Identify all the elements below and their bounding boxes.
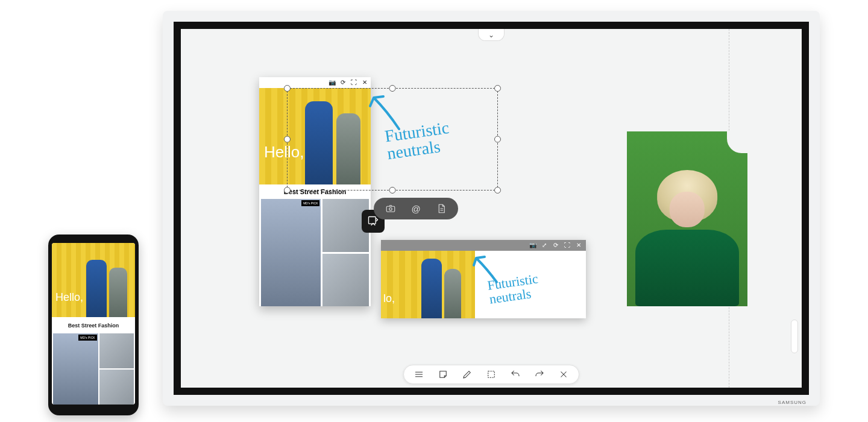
resize-handle[interactable] <box>284 85 291 92</box>
phone-image-grid: MD's PICK <box>52 333 135 405</box>
expand-icon[interactable]: ⤢ <box>540 241 548 249</box>
phone-hero-text: Hello, <box>55 291 83 304</box>
edit-icon[interactable] <box>462 369 473 380</box>
note-icon[interactable] <box>438 369 448 380</box>
phone-grid-item <box>99 333 134 368</box>
phone-grid-item: MD's PICK <box>53 333 98 405</box>
close-icon[interactable]: ✕ <box>574 241 582 249</box>
svg-point-2 <box>389 208 392 211</box>
mds-pick-badge: MD's PICK <box>301 200 319 206</box>
menu-icon[interactable] <box>414 369 424 380</box>
mirror-grid-item <box>322 254 369 307</box>
selection-action-toolbar: @ <box>374 198 458 219</box>
phone-screen: Hello, Best Street Fashion MD's PICK <box>52 243 135 405</box>
close-icon[interactable]: ✕ <box>361 78 368 86</box>
mirror-grid-item: MD's PICK <box>261 199 321 306</box>
chevron-down-icon: ⌄ <box>488 31 494 39</box>
mirror-image-grid: MD's PICK <box>259 199 371 306</box>
rotate-icon[interactable]: ⟳ <box>552 241 559 249</box>
captured-snippet[interactable]: 📷 ⤢ ⟳ ⛶ ✕ lo, Futuristic neutrals <box>381 240 586 318</box>
phone-grid-item <box>99 370 134 405</box>
redo-icon[interactable] <box>534 369 545 380</box>
camera-icon[interactable]: 📷 <box>329 78 336 86</box>
phone-hero-image: Hello, <box>52 243 135 317</box>
camera-icon[interactable] <box>385 203 397 215</box>
resize-handle[interactable] <box>284 187 291 194</box>
flip-canvas[interactable]: ⌄ 📷 ⟳ ⛶ ✕ Hello, Best Street Fashion MD'… <box>174 22 809 395</box>
resize-handle[interactable] <box>494 136 501 143</box>
handwritten-annotation: Futuristic neutrals <box>486 271 541 306</box>
resize-handle[interactable] <box>389 187 396 194</box>
smartphone-device: Hello, Best Street Fashion MD's PICK <box>48 235 139 415</box>
svg-rect-1 <box>386 206 395 212</box>
camera-icon[interactable]: 📷 <box>529 241 536 249</box>
mds-pick-badge: MD's PICK <box>78 335 96 341</box>
mirror-panel-toolbar: 📷 ⟳ ⛶ ✕ <box>259 77 371 88</box>
inserted-photo[interactable] <box>627 131 747 306</box>
brand-label: SAMSUNG <box>778 400 807 405</box>
resize-handle[interactable] <box>284 136 291 143</box>
top-pull-tab[interactable]: ⌄ <box>478 29 505 41</box>
snippet-body: lo, Futuristic neutrals <box>381 251 586 318</box>
flip-display-device: SAMSUNG ⌄ 📷 ⟳ ⛶ ✕ Hello, Best Street Fas… <box>163 11 820 406</box>
resize-handle[interactable] <box>494 85 501 92</box>
rotate-icon[interactable]: ⟳ <box>339 78 347 86</box>
phone-hero-people <box>81 253 131 317</box>
close-icon[interactable] <box>558 369 569 380</box>
snippet-toolbar: 📷 ⤢ ⟳ ⛶ ✕ <box>381 240 586 251</box>
expand-icon[interactable]: ⛶ <box>350 78 357 86</box>
resize-handle[interactable] <box>494 187 501 194</box>
page-scrub-handle[interactable] <box>791 320 798 353</box>
snippet-hero-text: lo, <box>383 292 395 305</box>
svg-rect-3 <box>488 371 495 378</box>
at-icon[interactable]: @ <box>410 203 422 215</box>
undo-icon[interactable] <box>510 369 521 380</box>
photo-subject <box>635 170 739 306</box>
fullscreen-icon[interactable]: ⛶ <box>563 241 571 249</box>
resize-handle[interactable] <box>389 85 396 92</box>
document-icon[interactable] <box>435 203 447 215</box>
phone-section-title: Best Street Fashion <box>52 317 135 333</box>
snippet-hero: lo, <box>381 251 475 318</box>
svg-rect-0 <box>369 217 376 224</box>
select-icon[interactable] <box>486 369 497 380</box>
canvas-bottom-toolbar <box>403 365 579 384</box>
